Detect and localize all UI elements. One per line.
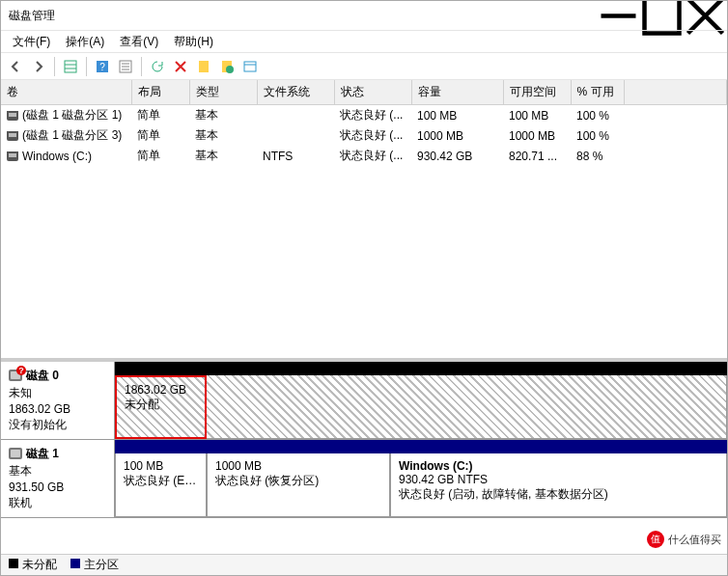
disk-1-partition-2[interactable]: 1000 MB 状态良好 (恢复分区)	[207, 453, 390, 517]
disk-1-partition-windows[interactable]: Windows (C:) 930.42 GB NTFS 状态良好 (启动, 故障…	[390, 453, 727, 517]
table-row[interactable]: Windows (C:)简单基本NTFS状态良好 (...930.42 GB82…	[1, 146, 727, 166]
disk-1-partition-1[interactable]: 100 MB 状态良好 (EFI 系	[115, 453, 207, 517]
minimize-button[interactable]	[597, 1, 640, 30]
volume-icon	[7, 111, 18, 121]
properties-green-icon[interactable]	[216, 56, 238, 77]
col-free[interactable]: 可用空间	[503, 80, 571, 105]
table-row[interactable]: (磁盘 1 磁盘分区 1)简单基本状态良好 (...100 MB100 MB10…	[1, 105, 727, 126]
disk-0-info: 磁盘 0 未知 1863.02 GB 没有初始化	[1, 362, 114, 439]
view-list-icon[interactable]	[60, 56, 81, 77]
toolbar: ?	[1, 53, 727, 80]
menubar: 文件(F) 操作(A) 查看(V) 帮助(H)	[1, 30, 727, 53]
col-fs[interactable]: 文件系统	[257, 80, 334, 105]
disk-0-stripe	[115, 362, 727, 375]
table-row[interactable]: (磁盘 1 磁盘分区 3)简单基本状态良好 (...1000 MB1000 MB…	[1, 125, 727, 146]
disk-unknown-icon	[9, 370, 22, 381]
disk-basic-icon	[9, 448, 22, 459]
back-button[interactable]	[5, 56, 26, 77]
refresh-icon[interactable]	[147, 56, 168, 77]
disk-1-stripe	[115, 440, 727, 453]
menu-view[interactable]: 查看(V)	[112, 31, 166, 53]
legend-primary-swatch	[70, 559, 80, 568]
graphical-view: 磁盘 0 未知 1863.02 GB 没有初始化 1863.02 GB 未分配 …	[1, 359, 727, 554]
disk-1-info: 磁盘 1 基本 931.50 GB 联机	[1, 440, 114, 517]
legend: 未分配 主分区	[1, 554, 727, 575]
col-status[interactable]: 状态	[334, 80, 411, 105]
close-button[interactable]	[684, 1, 727, 30]
maximize-button[interactable]	[640, 1, 684, 30]
col-type[interactable]: 类型	[189, 80, 257, 105]
disk-1-row[interactable]: 磁盘 1 基本 931.50 GB 联机 100 MB 状态良好 (EFI 系 …	[1, 440, 727, 518]
titlebar: 磁盘管理	[1, 1, 727, 30]
col-layout[interactable]: 布局	[131, 80, 189, 105]
volume-icon	[7, 131, 18, 141]
svg-text:?: ?	[99, 62, 105, 72]
disk-0-unallocated[interactable]: 1863.02 GB 未分配	[115, 375, 207, 439]
help-icon[interactable]: ?	[92, 56, 113, 77]
svg-rect-1	[65, 61, 76, 72]
properties-yellow-icon[interactable]	[193, 56, 214, 77]
col-volume[interactable]: 卷	[1, 80, 131, 105]
svg-rect-8	[244, 62, 256, 71]
window-icon[interactable]	[239, 56, 261, 77]
col-pct[interactable]: % 可用	[571, 80, 624, 105]
menu-help[interactable]: 帮助(H)	[166, 31, 221, 53]
disk-0-row[interactable]: 磁盘 0 未知 1863.02 GB 没有初始化 1863.02 GB 未分配	[1, 362, 727, 440]
delete-icon[interactable]	[170, 56, 191, 77]
menu-action[interactable]: 操作(A)	[58, 31, 112, 53]
svg-rect-0	[645, 0, 680, 33]
disk-0-unallocated-rest[interactable]	[207, 375, 727, 439]
svg-point-7	[226, 66, 234, 73]
forward-button[interactable]	[28, 56, 49, 77]
settings-icon[interactable]	[115, 56, 136, 77]
col-capacity[interactable]: 容量	[411, 80, 503, 105]
window-title: 磁盘管理	[9, 8, 597, 24]
content: 卷 布局 类型 文件系统 状态 容量 可用空间 % 可用 (磁盘 1 磁盘分区 …	[1, 80, 727, 554]
legend-unalloc-swatch	[9, 559, 18, 568]
svg-rect-5	[199, 61, 209, 72]
menu-file[interactable]: 文件(F)	[5, 31, 58, 53]
column-headers[interactable]: 卷 布局 类型 文件系统 状态 容量 可用空间 % 可用	[1, 80, 727, 105]
volume-icon	[7, 151, 18, 161]
volume-list[interactable]: 卷 布局 类型 文件系统 状态 容量 可用空间 % 可用 (磁盘 1 磁盘分区 …	[1, 80, 727, 359]
